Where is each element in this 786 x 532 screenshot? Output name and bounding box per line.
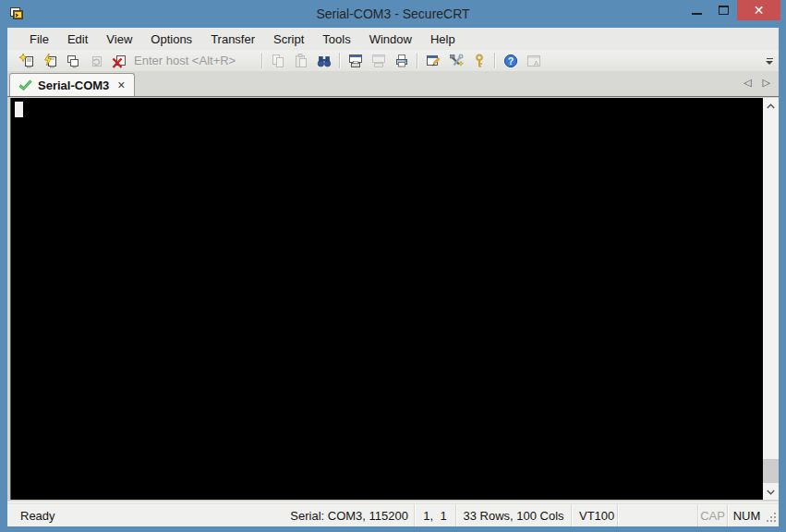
menu-window[interactable]: Window — [360, 29, 421, 50]
menu-tools[interactable]: Tools — [313, 29, 359, 50]
menubar: File Edit View Options Transfer Script T… — [7, 28, 779, 50]
menu-view[interactable]: View — [97, 29, 141, 50]
window-title: Serial-COM3 - SecureCRT — [0, 6, 786, 21]
print-screen-icon — [348, 54, 363, 68]
paste-icon — [294, 54, 308, 68]
status-emulation: VT100 — [572, 504, 618, 526]
disconnect-icon — [112, 54, 127, 68]
find-button[interactable] — [312, 51, 335, 71]
menu-file[interactable]: File — [20, 29, 58, 50]
scrollbar-thumb[interactable] — [763, 459, 779, 483]
status-terminal-size: 33 Rows, 100 Cols — [456, 504, 572, 526]
help-button[interactable]: ? — [499, 51, 522, 71]
command-window-icon: A — [526, 54, 541, 68]
command-window-button[interactable]: A — [522, 51, 545, 71]
connect-in-tab-icon — [66, 54, 80, 68]
session-options-button[interactable] — [421, 51, 444, 71]
connect-in-tab-button[interactable] — [61, 51, 84, 71]
titlebar[interactable]: Serial-COM3 - SecureCRT ✕ — [0, 0, 786, 28]
svg-text:A: A — [533, 58, 538, 66]
menu-script[interactable]: Script — [264, 29, 313, 50]
connect-button[interactable] — [15, 51, 38, 71]
chevron-up-icon — [767, 103, 775, 109]
minimize-button[interactable] — [683, 0, 710, 20]
tab-label: Serial-COM3 — [38, 79, 109, 92]
tab-close-button[interactable]: × — [117, 79, 125, 91]
menu-transfer[interactable]: Transfer — [201, 29, 264, 50]
toolbar-overflow-button[interactable] — [763, 53, 776, 69]
chevron-down-icon — [767, 490, 775, 495]
svg-text:?: ? — [507, 55, 513, 66]
overflow-dash-icon — [767, 58, 773, 59]
toolbar-separator — [261, 53, 262, 68]
help-icon: ? — [503, 54, 518, 68]
close-icon: ✕ — [754, 3, 765, 18]
printer-icon — [394, 54, 409, 68]
close-button[interactable]: ✕ — [737, 0, 780, 20]
copy-button[interactable] — [266, 51, 289, 71]
connect-icon — [19, 54, 34, 68]
global-options-button[interactable] — [444, 51, 467, 71]
scroll-down-button[interactable] — [763, 484, 779, 500]
reconnect-icon — [89, 54, 103, 68]
toolbar-separator — [417, 53, 417, 68]
key-icon — [472, 54, 487, 68]
tab-nav: ◁ ▷ — [744, 77, 770, 89]
quick-connect-icon — [42, 54, 57, 68]
print-selection-icon — [371, 54, 386, 68]
scrollbar-track[interactable] — [763, 114, 779, 484]
resize-grip[interactable] — [766, 504, 779, 526]
maximize-icon — [719, 6, 729, 15]
menu-options[interactable]: Options — [141, 29, 201, 50]
tabbar: Serial-COM3 × ◁ ▷ — [7, 72, 779, 96]
status-serial-info: Serial: COM3, 115200 — [284, 504, 415, 526]
tab-serial-com3[interactable]: Serial-COM3 × — [9, 73, 135, 96]
app-window: Serial-COM3 - SecureCRT ✕ File Edit View… — [0, 0, 786, 532]
find-icon — [317, 54, 332, 68]
print-selection-button[interactable] — [367, 51, 390, 71]
statusbar: Ready Serial: COM3, 115200 1, 1 33 Rows,… — [7, 504, 779, 526]
toolbar-separator — [339, 53, 340, 68]
menu-edit[interactable]: Edit — [58, 29, 97, 50]
vertical-scrollbar — [763, 98, 779, 500]
paste-button[interactable] — [289, 51, 312, 71]
resize-grip-icon — [774, 513, 776, 514]
status-caps-lock-indicator: CAP — [698, 504, 728, 526]
disconnect-button[interactable] — [107, 51, 130, 71]
toolbar-separator — [494, 53, 495, 68]
terminal-screen[interactable] — [10, 98, 763, 500]
caption-buttons: ✕ — [683, 0, 780, 20]
session-options-icon — [426, 54, 441, 68]
scroll-up-button[interactable] — [763, 98, 779, 114]
tab-scroll-left-button[interactable]: ◁ — [744, 77, 751, 89]
minimize-icon — [692, 13, 702, 15]
reconnect-button[interactable] — [84, 51, 107, 71]
quick-connect-button[interactable] — [38, 51, 61, 71]
print-button[interactable] — [390, 51, 413, 71]
maximize-button[interactable] — [710, 0, 737, 20]
keymap-editor-button[interactable] — [467, 51, 490, 71]
connected-check-icon — [18, 79, 32, 91]
status-num-lock-indicator: NUM — [728, 504, 766, 526]
menu-help[interactable]: Help — [421, 29, 465, 50]
status-empty-segment — [618, 504, 698, 526]
status-cursor-position: 1, 1 — [415, 504, 456, 526]
copy-icon — [271, 54, 285, 68]
terminal-area — [7, 96, 779, 502]
host-input[interactable] — [134, 53, 252, 69]
terminal-cursor — [15, 102, 23, 117]
status-ready: Ready — [7, 504, 284, 526]
chevron-down-icon — [766, 61, 773, 65]
tab-scroll-right-button[interactable]: ▷ — [763, 77, 770, 89]
toolbar: ? A — [7, 50, 779, 72]
global-options-icon — [449, 54, 464, 68]
print-screen-button[interactable] — [344, 51, 367, 71]
